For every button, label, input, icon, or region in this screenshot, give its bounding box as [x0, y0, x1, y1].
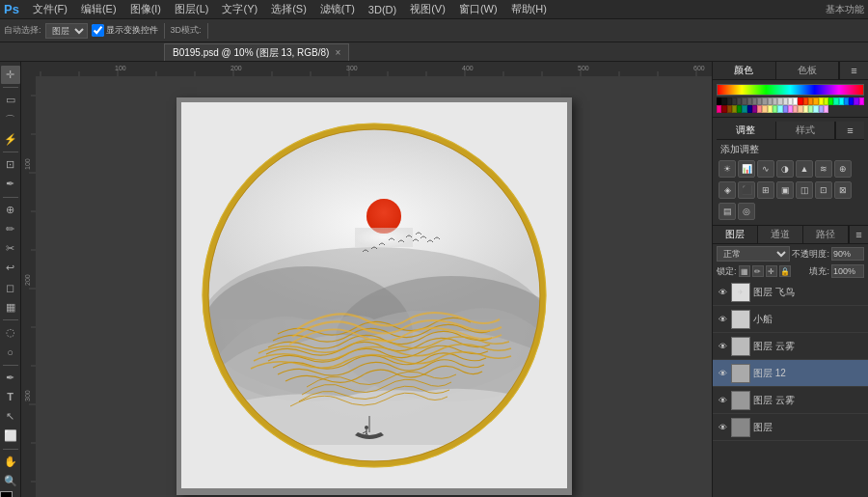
canvas-viewport [36, 85, 712, 497]
menu-image[interactable]: 图像(I) [124, 2, 167, 16]
blend-mode-select[interactable]: 正常 [717, 246, 790, 262]
adj-panel-menu[interactable]: ≡ [835, 122, 864, 139]
lock-position-btn[interactable]: ✛ [766, 265, 777, 277]
tab-swatches[interactable]: 色板 [776, 62, 840, 79]
color-panel-tabs: 颜色 色板 ≡ [713, 62, 868, 80]
menu-window[interactable]: 窗口(W) [453, 2, 503, 16]
photo-filter-adj[interactable]: ⬛ [738, 181, 755, 199]
menu-edit[interactable]: 编辑(E) [75, 2, 122, 16]
layer-item[interactable]: 👁 图层 云雾 [713, 387, 868, 414]
panel-menu-btn[interactable]: ≡ [839, 62, 868, 79]
svg-text:200: 200 [231, 65, 242, 71]
brightness-adj[interactable]: ☀ [719, 160, 736, 178]
curves-adj[interactable]: ∿ [757, 160, 774, 178]
tab-color[interactable]: 颜色 [713, 62, 776, 79]
layer-item[interactable]: 👁 图层 12 [713, 360, 868, 387]
layer-item[interactable]: 👁 ✈ 图层 飞鸟 [713, 279, 868, 306]
color-spectrum[interactable] [717, 84, 864, 96]
layers-list: 👁 ✈ 图层 飞鸟 👁 小船 👁 图层 云雾 👁 图层 1 [713, 279, 868, 497]
bw-adj[interactable]: ◈ [719, 181, 736, 199]
tab-style[interactable]: 样式 [776, 122, 836, 139]
menu-help[interactable]: 帮助(H) [505, 2, 553, 16]
gradient-tool[interactable]: ▦ [1, 298, 20, 317]
threshold-adj[interactable]: ⊠ [834, 181, 852, 199]
posterize-adj[interactable]: ⊡ [815, 181, 832, 199]
layer-name: 图层 云雾 [753, 340, 864, 353]
clone-tool[interactable]: ✂ [1, 239, 20, 258]
hand-tool[interactable]: ✋ [1, 453, 20, 471]
layer-thumbnail [731, 391, 750, 410]
shape-tool[interactable]: ⬜ [1, 427, 20, 445]
gradient-map-adj[interactable]: ▤ [719, 203, 736, 220]
layer-visibility-toggle[interactable]: 👁 [717, 368, 728, 379]
3d-mode-label: 3D模式: [171, 24, 202, 37]
adjustments-panel: 调整 样式 ≡ 添加调整 ☀ 📊 ∿ ◑ ▲ ≋ ⊕ ◈ ⬛ [713, 118, 868, 226]
zoom-tool[interactable]: 🔍 [1, 472, 20, 490]
foreground-color[interactable] [0, 491, 13, 497]
invert-adj[interactable]: ◫ [796, 181, 813, 199]
tab-layers[interactable]: 图层 [713, 226, 758, 243]
vibrance-adj[interactable]: ▲ [796, 160, 813, 178]
channel-mix-adj[interactable]: ⊞ [757, 181, 774, 199]
color-grid [717, 97, 864, 113]
show-controls-checkbox[interactable]: 显示变换控件 [92, 24, 158, 37]
tab-paths[interactable]: 路径 [803, 226, 849, 243]
tab-adjustments[interactable]: 调整 [717, 122, 776, 139]
lock-all-btn[interactable]: 🔒 [779, 265, 791, 277]
color-swatch[interactable] [824, 105, 828, 113]
colorbalance-adj[interactable]: ⊕ [834, 160, 852, 178]
layer-visibility-toggle[interactable]: 👁 [717, 287, 728, 298]
layer-item[interactable]: 👁 图层 [713, 414, 868, 441]
layer-visibility-toggle[interactable]: 👁 [717, 422, 728, 433]
brush-tool[interactable]: ✏ [1, 220, 20, 238]
text-tool[interactable]: T [1, 388, 20, 406]
menu-select[interactable]: 选择(S) [265, 2, 312, 16]
color-swatch[interactable] [859, 97, 864, 105]
lasso-tool[interactable]: ⌒ [1, 111, 20, 129]
menu-file[interactable]: 文件(F) [27, 2, 73, 16]
pen-tool[interactable]: ✒ [1, 369, 20, 387]
history-brush[interactable]: ↩ [1, 259, 20, 277]
eraser-tool[interactable]: ◻ [1, 279, 20, 297]
menu-filter[interactable]: 滤镜(T) [314, 2, 361, 16]
exposure-adj[interactable]: ◑ [776, 160, 794, 178]
layer-visibility-toggle[interactable]: 👁 [717, 341, 728, 352]
lock-image-btn[interactable]: ✏ [752, 265, 764, 277]
menu-layer[interactable]: 图层(L) [169, 2, 214, 16]
layer-thumbnail [731, 310, 750, 329]
move-tool[interactable]: ✛ [1, 66, 20, 84]
menu-3d[interactable]: 3D(D) [363, 4, 402, 15]
path-select-tool[interactable]: ↖ [1, 407, 20, 426]
blur-tool[interactable]: ◌ [1, 323, 20, 342]
tab-close-button[interactable]: × [335, 47, 340, 58]
levels-adj[interactable]: 📊 [738, 160, 755, 178]
layer-item[interactable]: 👁 小船 [713, 306, 868, 333]
layer-item[interactable]: 👁 图层 云雾 [713, 333, 868, 360]
tab-channels[interactable]: 通道 [758, 226, 803, 243]
dodge-tool[interactable]: ○ [1, 343, 20, 361]
opacity-input[interactable] [831, 247, 864, 261]
marquee-tool[interactable]: ▭ [1, 91, 20, 109]
quick-select-tool[interactable]: ⚡ [1, 130, 20, 149]
layer-name: 图层 飞鸟 [753, 286, 864, 299]
auto-select-dropdown[interactable]: 图层 [45, 23, 88, 39]
layer-visibility-toggle[interactable]: 👁 [717, 395, 728, 406]
crop-tool[interactable]: ⊡ [1, 155, 20, 174]
hsl-adj[interactable]: ≋ [815, 160, 832, 178]
layer-name: 小船 [753, 313, 864, 326]
healing-tool[interactable]: ⊕ [1, 201, 20, 219]
opacity-label: 不透明度: [792, 248, 829, 261]
selective-color-adj[interactable]: ◎ [738, 203, 755, 220]
layer-visibility-toggle[interactable]: 👁 [717, 314, 728, 325]
menu-text[interactable]: 文字(Y) [216, 2, 263, 16]
eyedropper-tool[interactable]: ✒ [1, 175, 20, 193]
color-lookup-adj[interactable]: ▣ [776, 181, 794, 199]
fill-input[interactable] [831, 264, 864, 278]
layers-menu-btn[interactable]: ≡ [849, 226, 868, 243]
tool-separator-2 [3, 152, 18, 152]
auto-select-label: 自动选择: [4, 24, 41, 37]
transform-controls-check[interactable] [92, 24, 104, 37]
menu-view[interactable]: 视图(V) [404, 2, 451, 16]
document-tab[interactable]: B0195.psd @ 10% (图层 13, RGB/8) × [164, 43, 349, 61]
lock-transparent-btn[interactable]: ▦ [739, 265, 750, 277]
